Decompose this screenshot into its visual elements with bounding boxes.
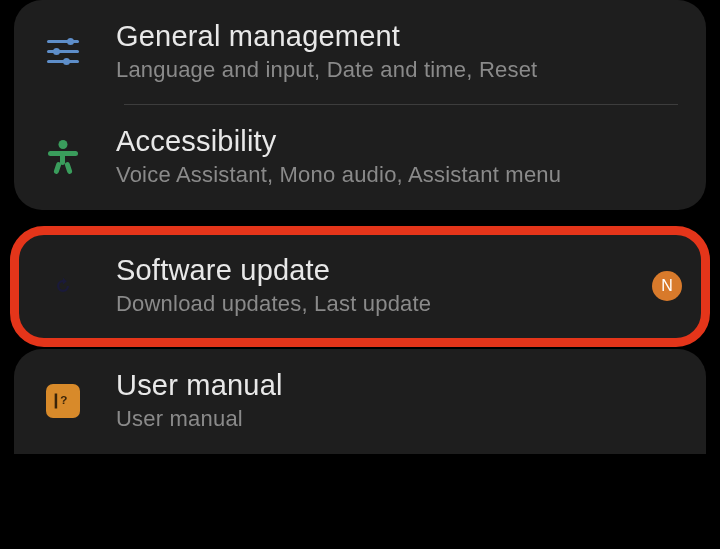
text-content: General management Language and input, D… — [116, 20, 682, 83]
accessibility-icon — [44, 138, 82, 176]
settings-item-user-manual[interactable]: ? User manual User manual — [14, 349, 706, 454]
highlight-container: Software update Download updates, Last u… — [6, 234, 714, 339]
text-content: Accessibility Voice Assistant, Mono audi… — [116, 125, 682, 188]
svg-text:?: ? — [60, 393, 67, 406]
update-icon — [44, 267, 82, 305]
settings-item-software-update[interactable]: Software update Download updates, Last u… — [14, 234, 706, 339]
settings-item-accessibility[interactable]: Accessibility Voice Assistant, Mono audi… — [14, 105, 706, 210]
manual-icon: ? — [44, 382, 82, 420]
settings-item-general-management[interactable]: General management Language and input, D… — [14, 0, 706, 105]
text-content: Software update Download updates, Last u… — [116, 254, 652, 317]
item-subtitle: User manual — [116, 406, 682, 432]
item-subtitle: Voice Assistant, Mono audio, Assistant m… — [116, 162, 682, 188]
item-subtitle: Language and input, Date and time, Reset — [116, 57, 682, 83]
settings-group-user-manual: ? User manual User manual — [14, 349, 706, 454]
text-content: User manual User manual — [116, 369, 682, 432]
sliders-icon — [44, 33, 82, 71]
settings-group-software-update: Software update Download updates, Last u… — [14, 234, 706, 339]
item-title: Software update — [116, 254, 652, 287]
item-title: Accessibility — [116, 125, 682, 158]
item-title: User manual — [116, 369, 682, 402]
item-subtitle: Download updates, Last update — [116, 291, 652, 317]
item-title: General management — [116, 20, 682, 53]
notification-badge: N — [652, 271, 682, 301]
settings-group-1: General management Language and input, D… — [14, 0, 706, 210]
svg-rect-0 — [55, 393, 58, 408]
